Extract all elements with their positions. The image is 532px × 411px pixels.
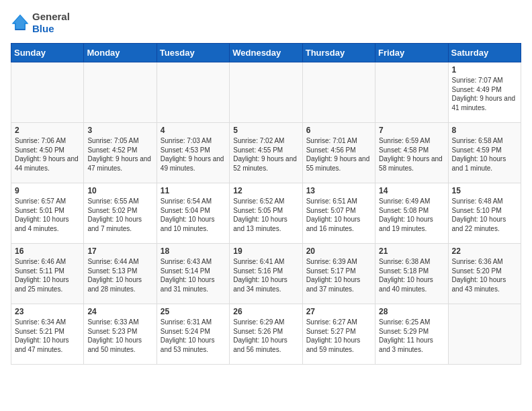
calendar-cell: 27Sunrise: 6:27 AM Sunset: 5:27 PM Dayli…: [302, 304, 375, 365]
day-info: Sunrise: 6:44 AM Sunset: 5:13 PM Dayligh…: [87, 257, 152, 293]
day-info: Sunrise: 7:05 AM Sunset: 4:52 PM Dayligh…: [87, 136, 152, 173]
calendar-cell: 18Sunrise: 6:43 AM Sunset: 5:14 PM Dayli…: [157, 244, 229, 304]
calendar-cell: 17Sunrise: 6:44 AM Sunset: 5:13 PM Dayli…: [84, 244, 157, 304]
day-info: Sunrise: 6:41 AM Sunset: 5:16 PM Dayligh…: [233, 257, 298, 293]
day-number: 16: [15, 246, 80, 256]
calendar-cell: 20Sunrise: 6:39 AM Sunset: 5:17 PM Dayli…: [302, 244, 375, 304]
calendar-cell: 24Sunrise: 6:33 AM Sunset: 5:23 PM Dayli…: [84, 304, 157, 365]
day-number: 3: [87, 126, 152, 135]
day-info: Sunrise: 6:38 AM Sunset: 5:18 PM Dayligh…: [379, 257, 444, 293]
day-number: 11: [161, 186, 226, 195]
day-info: Sunrise: 6:34 AM Sunset: 5:21 PM Dayligh…: [15, 318, 80, 354]
day-number: 19: [233, 246, 298, 256]
calendar-cell: [375, 62, 448, 123]
calendar-cell: 4Sunrise: 7:03 AM Sunset: 4:53 PM Daylig…: [157, 123, 229, 183]
logo-text: General Blue: [32, 11, 70, 35]
calendar-cell: 15Sunrise: 6:48 AM Sunset: 5:10 PM Dayli…: [448, 183, 521, 244]
calendar-cell: 26Sunrise: 6:29 AM Sunset: 5:26 PM Dayli…: [230, 304, 302, 365]
day-info: Sunrise: 6:58 AM Sunset: 4:59 PM Dayligh…: [452, 136, 517, 173]
week-row-2: 2Sunrise: 7:06 AM Sunset: 4:50 PM Daylig…: [11, 123, 521, 183]
calendar-cell: 13Sunrise: 6:51 AM Sunset: 5:07 PM Dayli…: [302, 183, 375, 244]
day-number: 20: [306, 246, 371, 256]
calendar-table: SundayMondayTuesdayWednesdayThursdayFrid…: [11, 43, 521, 365]
calendar-cell: 12Sunrise: 6:52 AM Sunset: 5:05 PM Dayli…: [230, 183, 302, 244]
calendar-cell: [11, 62, 84, 123]
day-info: Sunrise: 6:25 AM Sunset: 5:29 PM Dayligh…: [379, 318, 444, 354]
day-info: Sunrise: 7:03 AM Sunset: 4:53 PM Dayligh…: [161, 136, 226, 173]
day-info: Sunrise: 6:48 AM Sunset: 5:10 PM Dayligh…: [452, 197, 517, 233]
day-number: 22: [452, 246, 517, 256]
day-number: 21: [379, 246, 444, 256]
day-number: 18: [161, 246, 226, 256]
calendar-cell: 7Sunrise: 6:59 AM Sunset: 4:58 PM Daylig…: [375, 123, 448, 183]
day-info: Sunrise: 6:46 AM Sunset: 5:11 PM Dayligh…: [15, 257, 80, 293]
weekday-header-tuesday: Tuesday: [157, 44, 229, 62]
calendar-cell: 3Sunrise: 7:05 AM Sunset: 4:52 PM Daylig…: [84, 123, 157, 183]
weekday-header-friday: Friday: [375, 44, 448, 62]
day-info: Sunrise: 6:57 AM Sunset: 5:01 PM Dayligh…: [15, 197, 80, 233]
weekday-header-saturday: Saturday: [448, 44, 521, 62]
day-number: 8: [452, 126, 517, 135]
week-row-1: 1Sunrise: 7:07 AM Sunset: 4:49 PM Daylig…: [11, 62, 521, 123]
day-number: 14: [379, 186, 444, 195]
calendar-cell: [448, 304, 521, 365]
calendar-cell: [84, 62, 157, 123]
day-info: Sunrise: 6:54 AM Sunset: 5:04 PM Dayligh…: [161, 197, 226, 233]
weekday-header-row: SundayMondayTuesdayWednesdayThursdayFrid…: [11, 44, 521, 62]
day-number: 6: [306, 126, 371, 135]
day-info: Sunrise: 6:36 AM Sunset: 5:20 PM Dayligh…: [452, 257, 517, 293]
day-number: 15: [452, 186, 517, 195]
day-number: 17: [87, 246, 152, 256]
day-info: Sunrise: 6:51 AM Sunset: 5:07 PM Dayligh…: [306, 197, 371, 233]
calendar-cell: 9Sunrise: 6:57 AM Sunset: 5:01 PM Daylig…: [11, 183, 84, 244]
calendar-cell: 10Sunrise: 6:55 AM Sunset: 5:02 PM Dayli…: [84, 183, 157, 244]
calendar-cell: 23Sunrise: 6:34 AM Sunset: 5:21 PM Dayli…: [11, 304, 84, 365]
calendar-cell: 8Sunrise: 6:58 AM Sunset: 4:59 PM Daylig…: [448, 123, 521, 183]
weekday-header-thursday: Thursday: [302, 44, 375, 62]
calendar-cell: 22Sunrise: 6:36 AM Sunset: 5:20 PM Dayli…: [448, 244, 521, 304]
day-number: 26: [233, 307, 298, 316]
day-info: Sunrise: 6:27 AM Sunset: 5:27 PM Dayligh…: [306, 318, 371, 354]
week-row-3: 9Sunrise: 6:57 AM Sunset: 5:01 PM Daylig…: [11, 183, 521, 244]
day-number: 13: [306, 186, 371, 195]
day-info: Sunrise: 7:06 AM Sunset: 4:50 PM Dayligh…: [15, 136, 80, 173]
logo-icon: [11, 13, 30, 32]
day-info: Sunrise: 7:07 AM Sunset: 4:49 PM Dayligh…: [452, 76, 517, 112]
day-number: 1: [452, 65, 517, 75]
calendar-cell: 28Sunrise: 6:25 AM Sunset: 5:29 PM Dayli…: [375, 304, 448, 365]
calendar-cell: 5Sunrise: 7:02 AM Sunset: 4:55 PM Daylig…: [230, 123, 302, 183]
weekday-header-monday: Monday: [84, 44, 157, 62]
day-info: Sunrise: 6:52 AM Sunset: 5:05 PM Dayligh…: [233, 197, 298, 233]
calendar-cell: 21Sunrise: 6:38 AM Sunset: 5:18 PM Dayli…: [375, 244, 448, 304]
day-info: Sunrise: 6:31 AM Sunset: 5:24 PM Dayligh…: [161, 318, 226, 354]
day-number: 2: [15, 126, 80, 135]
day-info: Sunrise: 6:29 AM Sunset: 5:26 PM Dayligh…: [233, 318, 298, 354]
logo: General Blue: [11, 11, 70, 35]
day-number: 12: [233, 186, 298, 195]
calendar-cell: 16Sunrise: 6:46 AM Sunset: 5:11 PM Dayli…: [11, 244, 84, 304]
calendar-cell: 11Sunrise: 6:54 AM Sunset: 5:04 PM Dayli…: [157, 183, 229, 244]
calendar-cell: 2Sunrise: 7:06 AM Sunset: 4:50 PM Daylig…: [11, 123, 84, 183]
day-info: Sunrise: 7:02 AM Sunset: 4:55 PM Dayligh…: [233, 136, 298, 173]
week-row-5: 23Sunrise: 6:34 AM Sunset: 5:21 PM Dayli…: [11, 304, 521, 365]
day-number: 10: [87, 186, 152, 195]
weekday-header-sunday: Sunday: [11, 44, 84, 62]
day-info: Sunrise: 6:39 AM Sunset: 5:17 PM Dayligh…: [306, 257, 371, 293]
day-info: Sunrise: 6:33 AM Sunset: 5:23 PM Dayligh…: [87, 318, 152, 354]
day-number: 23: [15, 307, 80, 316]
day-number: 5: [233, 126, 298, 135]
calendar-cell: [230, 62, 302, 123]
day-info: Sunrise: 6:43 AM Sunset: 5:14 PM Dayligh…: [161, 257, 226, 293]
day-info: Sunrise: 7:01 AM Sunset: 4:56 PM Dayligh…: [306, 136, 371, 173]
day-info: Sunrise: 6:55 AM Sunset: 5:02 PM Dayligh…: [87, 197, 152, 233]
calendar-cell: 1Sunrise: 7:07 AM Sunset: 4:49 PM Daylig…: [448, 62, 521, 123]
day-number: 27: [306, 307, 371, 316]
day-info: Sunrise: 6:49 AM Sunset: 5:08 PM Dayligh…: [379, 197, 444, 233]
calendar-cell: [157, 62, 229, 123]
week-row-4: 16Sunrise: 6:46 AM Sunset: 5:11 PM Dayli…: [11, 244, 521, 304]
day-number: 4: [161, 126, 226, 135]
calendar-cell: [302, 62, 375, 123]
day-number: 7: [379, 126, 444, 135]
day-number: 25: [161, 307, 226, 316]
day-number: 28: [379, 307, 444, 316]
